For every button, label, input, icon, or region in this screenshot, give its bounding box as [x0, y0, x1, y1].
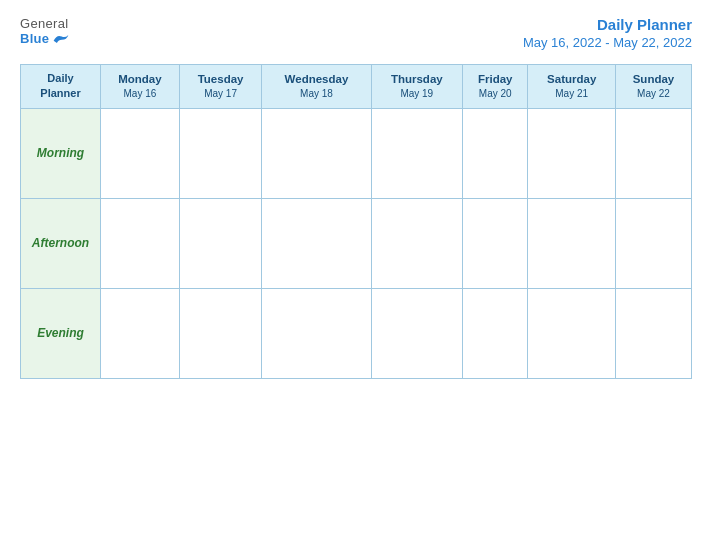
logo-bird-icon: [52, 32, 70, 46]
row-label-afternoon: Afternoon: [21, 198, 101, 288]
data-cell[interactable]: [462, 108, 527, 198]
data-cell[interactable]: [101, 198, 180, 288]
logo-general: General: [20, 16, 68, 31]
data-cell[interactable]: [615, 108, 691, 198]
data-cell[interactable]: [179, 288, 261, 378]
header: General Blue Daily Planner May 16, 2022 …: [20, 16, 692, 50]
row-label-evening: Evening: [21, 288, 101, 378]
first-col-header: Daily Planner: [21, 65, 101, 109]
title-area: Daily Planner May 16, 2022 - May 22, 202…: [523, 16, 692, 50]
row-label-morning: Morning: [21, 108, 101, 198]
planner-table: Daily Planner MondayMay 16TuesdayMay 17W…: [20, 64, 692, 379]
column-header-sunday: SundayMay 22: [615, 65, 691, 109]
column-header-wednesday: WednesdayMay 18: [262, 65, 371, 109]
data-cell[interactable]: [462, 198, 527, 288]
data-cell[interactable]: [371, 198, 462, 288]
data-cell[interactable]: [179, 108, 261, 198]
data-cell[interactable]: [371, 288, 462, 378]
title-main: Daily Planner: [523, 16, 692, 33]
logo-area: General Blue: [20, 16, 70, 46]
data-cell[interactable]: [179, 198, 261, 288]
table-row: Afternoon: [21, 198, 692, 288]
data-cell[interactable]: [528, 108, 616, 198]
column-header-tuesday: TuesdayMay 17: [179, 65, 261, 109]
column-header-monday: MondayMay 16: [101, 65, 180, 109]
data-cell[interactable]: [462, 288, 527, 378]
page: General Blue Daily Planner May 16, 2022 …: [0, 0, 712, 550]
data-cell[interactable]: [615, 198, 691, 288]
data-cell[interactable]: [528, 198, 616, 288]
title-date: May 16, 2022 - May 22, 2022: [523, 35, 692, 50]
header-row: Daily Planner MondayMay 16TuesdayMay 17W…: [21, 65, 692, 109]
data-cell[interactable]: [615, 288, 691, 378]
data-cell[interactable]: [371, 108, 462, 198]
logo-blue: Blue: [20, 31, 70, 46]
table-row: Evening: [21, 288, 692, 378]
data-cell[interactable]: [262, 288, 371, 378]
data-cell[interactable]: [101, 108, 180, 198]
table-row: Morning: [21, 108, 692, 198]
data-cell[interactable]: [101, 288, 180, 378]
column-header-friday: FridayMay 20: [462, 65, 527, 109]
column-header-thursday: ThursdayMay 19: [371, 65, 462, 109]
data-cell[interactable]: [528, 288, 616, 378]
column-header-saturday: SaturdayMay 21: [528, 65, 616, 109]
data-cell[interactable]: [262, 198, 371, 288]
data-cell[interactable]: [262, 108, 371, 198]
